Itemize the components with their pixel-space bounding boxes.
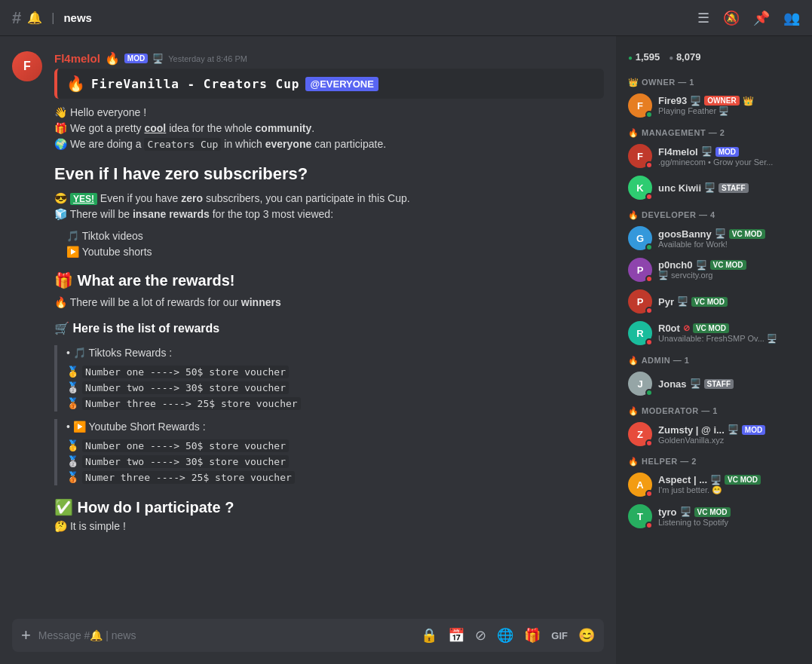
yt-r1: 🥇 Number one ----> 50$ store voucher	[66, 438, 604, 454]
fire93-status: Playing Feather 🖥️	[658, 106, 800, 116]
role-header-developer: 🔥 DEVELOPER — 4	[622, 204, 806, 223]
message-content: Fl4melol 🔥 MOD 🖥️ Yesterday at 8:46 PM 🔥…	[54, 51, 604, 534]
p0nch0-avatar: P	[628, 258, 652, 282]
member-zumsty[interactable]: Z Zumsty | @ i... 🖥️ MOD GoldenVanilla.x…	[622, 419, 806, 449]
zumsty-avatar: Z	[628, 422, 652, 446]
author-flame-icon: 🔥	[105, 51, 120, 66]
jonas-avatar: J	[628, 372, 652, 396]
p0nch0-vc-badge: VC MOD	[710, 260, 746, 270]
p0nch0-info: p0nch0 🖥️ VC MOD 🖥️ servcity.org	[658, 259, 800, 280]
main-layout: F Fl4melol 🔥 MOD 🖥️ Yesterday at 8:46 PM…	[0, 36, 812, 664]
kiwii-staff-badge: STAFF	[719, 183, 748, 193]
r0ot-avatar: R	[628, 321, 652, 345]
emoji-icon[interactable]: 😊	[578, 627, 595, 644]
role-header-admin: 🔥 ADMIN — 1	[622, 350, 806, 369]
author-monitor-icon: 🖥️	[152, 54, 164, 64]
jonas-staff-badge: STAFF	[704, 379, 734, 389]
pin-icon[interactable]: 📌	[753, 10, 770, 26]
video-type-1: 🎵 Tiktok videos	[66, 228, 604, 244]
aspect-info: Aspect | ... 🖥️ VC MOD I'm just better. …	[658, 474, 800, 495]
yt-r2: 🥈 Number two ----> 30$ store voucher	[66, 454, 604, 470]
translate-icon[interactable]: 🌐	[497, 627, 513, 644]
fire93-name: Fire93 🖥️ OWNER 👑	[658, 95, 800, 106]
zumsty-mod-badge: MOD	[742, 425, 765, 435]
line-1: 👋 Hello everyone !	[54, 105, 604, 121]
pyr-info: Pyr 🖥️ VC MOD	[658, 296, 800, 308]
zumsty-info: Zumsty | @ i... 🖥️ MOD GoldenVanilla.xyz	[658, 424, 800, 445]
pyr-name: Pyr 🖥️ VC MOD	[658, 296, 800, 308]
message-input-container: + Message #🔔 | news 🔒 📅 ⊘ 🌐 🎁 GIF 😊	[12, 619, 604, 652]
member-aspect[interactable]: A Aspect | ... 🖥️ VC MOD I'm just better…	[622, 470, 806, 500]
r0ot-circle-icon: ⊘	[683, 323, 690, 333]
role-header-management: 🔥 MANAGEMENT — 2	[622, 122, 806, 141]
slash-icon[interactable]: ⊘	[475, 627, 486, 644]
threads-icon[interactable]: ☰	[697, 10, 709, 26]
offline-count: 8,079	[676, 51, 701, 63]
aspect-avatar: A	[628, 473, 652, 497]
tyro-status: Listening to Spotify	[658, 518, 800, 527]
tiktok-r3: 🥉 Number three ----> 25$ store voucher	[66, 396, 604, 412]
pyr-monitor-icon: 🖥️	[677, 296, 688, 307]
member-p0nch0[interactable]: P p0nch0 🖥️ VC MOD 🖥️ servcity.org	[622, 255, 806, 285]
list-title: 🛒 Here is the list of rewards	[54, 320, 604, 338]
aspect-status: I'm just better. 😁	[658, 485, 800, 495]
goosbanny-vc-badge: VC MOD	[729, 229, 765, 239]
channel-hash-icon: #	[12, 8, 21, 28]
jonas-status-dot	[645, 389, 653, 396]
author-mod-badge: MOD	[124, 54, 148, 63]
announcement-title: FireVanilla - Creators Cup	[91, 77, 299, 91]
participate-section: ✅ How do I participate ? 🤔 It is simple …	[54, 496, 604, 534]
tyro-vc-badge: VC MOD	[694, 507, 731, 517]
fire93-avatar: F	[628, 93, 652, 118]
members-icon[interactable]: 👥	[783, 10, 800, 26]
pyr-vc-badge: VC MOD	[691, 297, 728, 307]
member-fire93[interactable]: F Fire93 🖥️ OWNER 👑 Playing Feather 🖥️	[622, 90, 806, 121]
mention-everyone: @everyone	[305, 77, 378, 91]
kiwii-info: unc Kiwii 🖥️ STAFF	[658, 182, 800, 194]
question1: Even if I have zero subscribers?	[54, 161, 604, 186]
member-tyro[interactable]: T tyro 🖥️ VC MOD Listening to Spotify	[622, 501, 806, 531]
member-jonas[interactable]: J Jonas 🖥️ STAFF	[622, 369, 806, 399]
pyr-avatar: P	[628, 289, 652, 314]
add-button[interactable]: +	[21, 626, 31, 645]
member-r0ot[interactable]: R R0ot ⊘ VC MOD Unavailable: FreshSMP Ov…	[622, 318, 806, 348]
tyro-status-dot	[645, 522, 653, 529]
tyro-monitor-icon: 🖥️	[680, 506, 691, 517]
zumsty-status: GoldenVanilla.xyz	[658, 436, 800, 445]
fl4melol-mod-badge: MOD	[715, 147, 739, 157]
member-pyr[interactable]: P Pyr 🖥️ VC MOD	[622, 286, 806, 317]
rewards-section: 🎁 What are the rewards! 🔥 There will be …	[54, 269, 604, 311]
goosbanny-name: goosBanny 🖥️ VC MOD	[658, 228, 800, 240]
r0ot-status-dot	[645, 338, 653, 346]
gift-icon[interactable]: 🎁	[524, 627, 541, 644]
member-goosbanny[interactable]: G goosBanny 🖥️ VC MOD Available for Work…	[622, 223, 806, 253]
message-input[interactable]: Message #🔔 | news	[38, 629, 413, 641]
r0ot-status: Unavailable: FreshSMP Ov... 🖥️	[658, 334, 800, 344]
chat-area: F Fl4melol 🔥 MOD 🖥️ Yesterday at 8:46 PM…	[0, 36, 616, 664]
jonas-info: Jonas 🖥️ STAFF	[658, 378, 800, 390]
mute-icon[interactable]: 🔕	[723, 10, 740, 26]
gif-icon[interactable]: GIF	[551, 630, 568, 641]
zumsty-status-dot	[645, 439, 653, 447]
fl4melol-status-dot	[645, 161, 653, 169]
input-toolbar: 🔒 📅 ⊘ 🌐 🎁 GIF 😊	[421, 627, 595, 644]
member-fl4melol[interactable]: F Fl4melol 🖥️ MOD .gg/minecom • Grow you…	[622, 141, 806, 171]
question-block: Even if I have zero subscribers?	[54, 161, 604, 186]
r0ot-info: R0ot ⊘ VC MOD Unavailable: FreshSMP Ov..…	[658, 323, 800, 344]
fire93-info: Fire93 🖥️ OWNER 👑 Playing Feather 🖥️	[658, 95, 800, 116]
member-unc-kiwii[interactable]: K unc Kiwii 🖥️ STAFF	[622, 173, 806, 203]
message-meta: Fl4melol 🔥 MOD 🖥️ Yesterday at 8:46 PM	[54, 51, 604, 66]
goosbanny-status-dot	[645, 243, 653, 251]
role-header-moderator: 🔥 MODERATOR — 1	[622, 400, 806, 419]
calendar-icon[interactable]: 📅	[448, 627, 464, 644]
author-username[interactable]: Fl4melol	[54, 52, 100, 65]
fl4melol-status: .gg/minecom • Grow your Ser...	[658, 158, 800, 167]
lock-icon[interactable]: 🔒	[421, 627, 437, 644]
zumsty-name: Zumsty | @ i... 🖥️ MOD	[658, 424, 800, 436]
fl4melol-avatar: F	[628, 144, 652, 168]
jonas-name: Jonas 🖥️ STAFF	[658, 378, 800, 390]
answer-block: 😎 YES! Even if you have zero subscribers…	[54, 191, 604, 222]
participate-title: ✅ How do I participate ?	[54, 496, 604, 519]
tiktok-r2: 🥈 Number two ----> 30$ store voucher	[66, 380, 604, 396]
answer-line-1: 😎 YES! Even if you have zero subscribers…	[54, 191, 604, 207]
